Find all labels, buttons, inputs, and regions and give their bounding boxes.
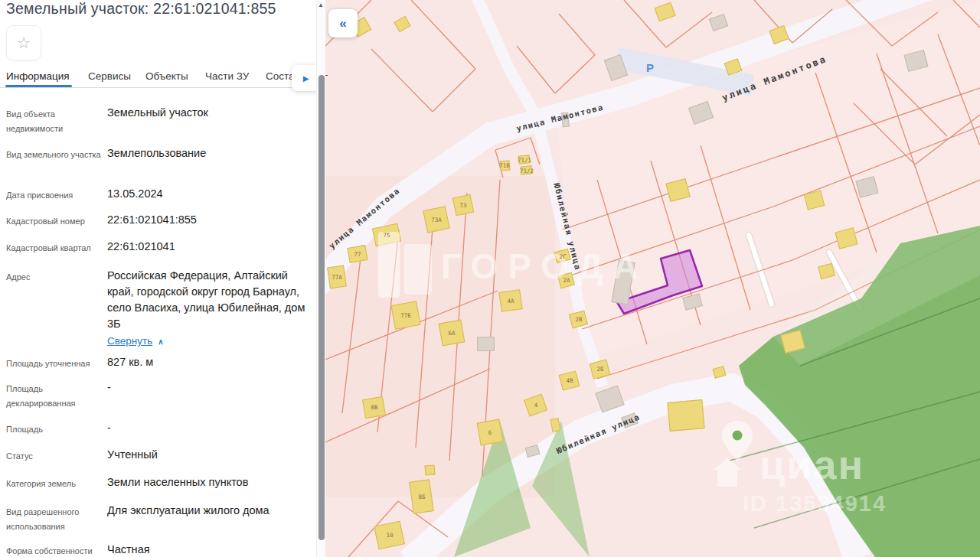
building bbox=[424, 464, 435, 475]
tab-objects[interactable]: Объекты bbox=[145, 70, 188, 82]
field-value: 13.05.2024 bbox=[107, 186, 315, 202]
field-label: Форма собственности bbox=[6, 544, 103, 557]
building-label: 73 bbox=[459, 202, 466, 209]
field-value: Земельный участок bbox=[107, 105, 315, 121]
building-label: 6А bbox=[448, 330, 455, 337]
scroll-up-icon[interactable]: ▲ bbox=[317, 2, 325, 8]
field-label: Статус bbox=[6, 449, 103, 464]
tab-parts[interactable]: Части ЗУ bbox=[205, 70, 249, 82]
field-value: Частная bbox=[107, 542, 315, 557]
building bbox=[667, 399, 704, 432]
brand-watermark-text: циан bbox=[760, 441, 864, 488]
tab-structure[interactable]: Соста bbox=[266, 70, 295, 82]
tabs-divider bbox=[0, 87, 325, 88]
building-label: 4В bbox=[566, 377, 573, 384]
building-label: 73А bbox=[431, 217, 442, 223]
field-value: 22:61:021041 bbox=[107, 239, 315, 255]
building-label: 71/2 bbox=[520, 168, 534, 174]
pin-house-icon bbox=[712, 419, 758, 490]
provider-watermark-text: ГОРОДА bbox=[441, 246, 648, 287]
building-label: 77Б bbox=[400, 312, 411, 319]
field-label: Категория земель bbox=[6, 477, 103, 491]
field-value: - bbox=[107, 420, 315, 436]
map-canvas[interactable]: ГОРОДА bbox=[325, 0, 980, 557]
panel-scrollbar[interactable]: ▲ bbox=[316, 0, 325, 557]
field-label: Дата присвоения bbox=[6, 188, 103, 203]
field-label: Вид земельного участка bbox=[6, 148, 103, 162]
field-value: Учтенный bbox=[107, 447, 315, 463]
building-label: 10 bbox=[386, 532, 393, 539]
parking-label: Р bbox=[646, 61, 654, 74]
field-label: Вид разрешенного использования bbox=[6, 505, 103, 535]
field-label: Площадь декларированная bbox=[6, 382, 103, 412]
field-value: Земли населенных пунктов bbox=[107, 474, 315, 490]
field-label: Адрес bbox=[6, 270, 103, 285]
building-label: 2В bbox=[575, 316, 582, 323]
building-label: 4А bbox=[507, 298, 514, 305]
building-label: 2Б bbox=[596, 366, 603, 373]
collapse-panel-button[interactable]: « bbox=[328, 9, 358, 37]
field-label: Вид объекта недвижимости bbox=[6, 107, 103, 137]
collapse-address-label: Свернуть bbox=[107, 335, 152, 347]
building-label: 77А bbox=[332, 274, 342, 281]
provider-logo-block bbox=[378, 232, 400, 298]
field-value: - bbox=[107, 379, 315, 396]
field-label: Кадастровый квартал bbox=[6, 241, 103, 256]
building-label: 8Б bbox=[418, 493, 425, 500]
cadastral-viewer: Земельный участок: 22:61:021041:855 ☆ Ин… bbox=[0, 0, 980, 557]
star-icon: ☆ bbox=[17, 35, 31, 50]
building-label: 2Г bbox=[559, 253, 566, 260]
field-value: 827 кв. м bbox=[107, 354, 315, 370]
brand-watermark-id: ID 13534914 bbox=[743, 491, 887, 516]
tab-services[interactable]: Сервисы bbox=[88, 70, 131, 82]
building-label: 71/1 bbox=[518, 157, 531, 164]
building-label: 77 bbox=[354, 251, 361, 258]
building-label: 6 bbox=[488, 429, 492, 436]
field-value: 22:61:021041:855 bbox=[107, 212, 315, 228]
page-title: Земельный участок: 22:61:021041:855 bbox=[6, 0, 312, 18]
building-label: 4 bbox=[534, 402, 538, 409]
field-value: Землепользование bbox=[107, 145, 315, 161]
collapse-address-link[interactable]: Свернуть∧ bbox=[107, 335, 164, 347]
building-label: 75 bbox=[383, 232, 390, 239]
chevron-up-icon: ∧ bbox=[158, 337, 163, 346]
parcel-info-panel: Земельный участок: 22:61:021041:855 ☆ Ин… bbox=[0, 0, 325, 557]
tab-information[interactable]: Информация bbox=[6, 70, 70, 82]
building-label: 71Б bbox=[499, 162, 510, 169]
field-label: Площадь bbox=[6, 422, 103, 437]
field-value: Для эксплуатации жилого дома bbox=[107, 503, 315, 519]
chevron-right-icon: ▶ bbox=[303, 74, 309, 83]
field-label: Кадастровый номер bbox=[6, 214, 103, 229]
favorite-button[interactable]: ☆ bbox=[6, 25, 41, 60]
building-label: 8В bbox=[371, 404, 377, 411]
panel-scrollbar-thumb[interactable] bbox=[318, 75, 325, 540]
chevrons-left-icon: « bbox=[339, 16, 346, 31]
field-label: Площадь уточненная bbox=[6, 357, 103, 371]
field-value: Российская Федерация, Алтайский край, го… bbox=[107, 268, 315, 332]
provider-logo-block bbox=[404, 244, 432, 295]
building bbox=[477, 337, 495, 351]
building-label: 2А bbox=[563, 277, 570, 284]
